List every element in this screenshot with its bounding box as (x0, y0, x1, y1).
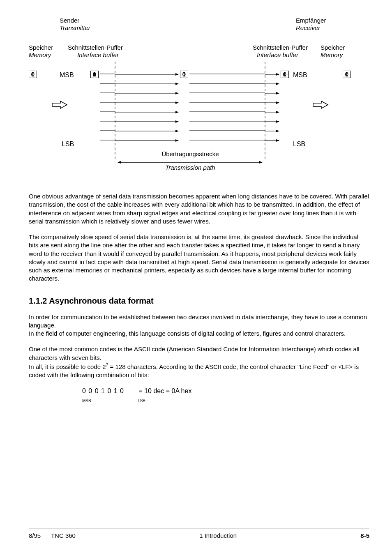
paragraph: One of the most common codes is the ASCI… (29, 345, 369, 362)
path-label-en: Transmission path (29, 164, 352, 172)
section-heading: 1.1.2 Asynchronous data format (29, 295, 369, 306)
paragraph: In all, it is possible to code 27 = 128 … (29, 362, 369, 380)
bit-example: 0 0 0 1 0 1 0 = 10 dec = 0A hex MSB LSB (82, 387, 369, 404)
connection-lines (29, 16, 374, 189)
paragraph: In order for communication to be establi… (29, 313, 369, 330)
paragraph: One obvious advantage of serial data tra… (29, 192, 369, 226)
serial-transmission-diagram: Sender Transmitter Empfänger Receiver Sp… (29, 16, 369, 189)
paragraph: The comparatively slow speed of serial d… (29, 233, 369, 283)
page-footer: 8/95 TNC 360 1 Introduction 8-5 (29, 528, 369, 540)
path-label-de: Übertragungsstrecke (29, 150, 352, 158)
paragraph: In the field of computer engineering, th… (29, 329, 369, 338)
